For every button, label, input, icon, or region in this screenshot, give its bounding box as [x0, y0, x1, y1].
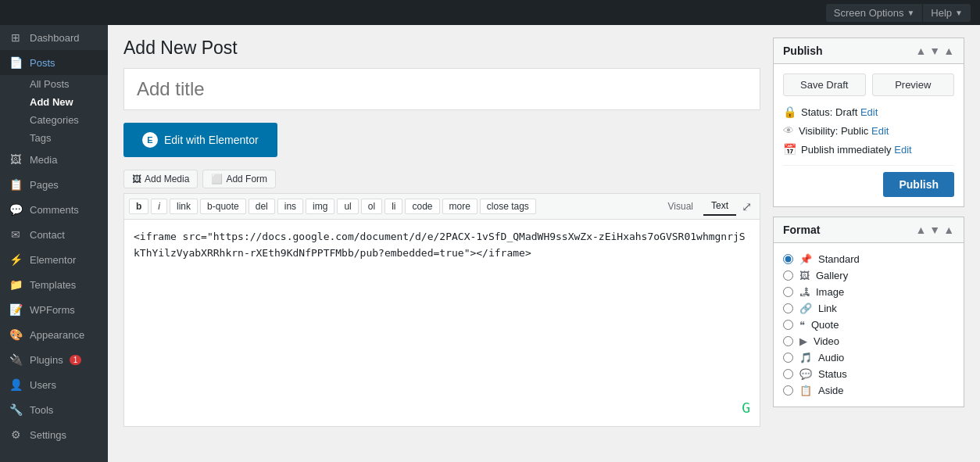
visibility-value: Public	[841, 125, 868, 137]
toolbar-more[interactable]: more	[442, 199, 477, 214]
sidebar-item-templates[interactable]: 📁 Templates	[0, 272, 108, 297]
fullscreen-icon[interactable]: ⤢	[739, 198, 755, 216]
screen-options-button[interactable]: Screen Options ▼	[826, 4, 923, 22]
toolbar-bold[interactable]: b	[129, 199, 148, 214]
toolbar-code[interactable]: code	[405, 199, 439, 214]
format-box-controls: ▲ ▼ ▲	[915, 224, 954, 236]
visibility-row: 👁 Visibility: Public Edit	[783, 124, 954, 137]
edit-elementor-label: Edit with Elementor	[164, 134, 259, 146]
sidebar-item-plugins[interactable]: 🔌 Plugins 1	[0, 347, 108, 372]
format-radio-standard[interactable]	[783, 254, 793, 264]
publish-title: Publish	[783, 45, 823, 57]
sidebar-sub-tags[interactable]: Tags	[0, 129, 108, 147]
format-radio-quote[interactable]	[783, 320, 793, 330]
format-video-label: Video	[814, 335, 839, 347]
format-item-image: 🏞 Image	[783, 284, 954, 300]
add-media-button[interactable]: 🖼 Add Media	[123, 170, 198, 188]
right-sidebar: Publish ▲ ▼ ▲ Save Draft Preview 🔒 Statu…	[773, 38, 964, 407]
toolbar-li[interactable]: li	[384, 199, 402, 214]
appearance-icon: 🎨	[8, 328, 23, 341]
format-aside-icon: 📋	[799, 385, 812, 396]
format-item-status: 💬 Status	[783, 366, 954, 382]
text-tab[interactable]: Text	[703, 197, 736, 216]
format-collapse-up-icon[interactable]: ▲	[915, 224, 926, 236]
editor-section: Add New Post E Edit with Elementor 🖼 Add…	[123, 38, 760, 427]
toolbar-ins[interactable]: ins	[277, 199, 303, 214]
status-row: 🔒 Status: Draft Edit	[783, 106, 954, 118]
post-title-input[interactable]	[123, 68, 760, 110]
toolbar-del[interactable]: del	[249, 199, 275, 214]
format-radio-link[interactable]	[783, 303, 793, 313]
format-radio-audio[interactable]	[783, 353, 793, 363]
edit-with-elementor-button[interactable]: E Edit with Elementor	[123, 123, 277, 157]
status-icon: 🔒	[783, 106, 796, 118]
sidebar-sub-all-posts[interactable]: All Posts	[0, 75, 108, 93]
format-radio-aside[interactable]	[783, 385, 793, 396]
format-image-label: Image	[816, 286, 844, 298]
format-item-gallery: 🖼 Gallery	[783, 267, 954, 284]
toolbar-bquote[interactable]: b-quote	[200, 199, 246, 214]
collapse-down-icon[interactable]: ▼	[929, 45, 940, 57]
add-media-icon: 🖼	[132, 174, 141, 184]
close-meta-icon[interactable]: ▲	[943, 45, 954, 57]
add-media-label: Add Media	[145, 174, 189, 184]
sidebar-item-comments[interactable]: 💬 Comments	[0, 197, 108, 222]
sidebar-item-pages[interactable]: 📋 Pages	[0, 172, 108, 197]
collapse-up-icon[interactable]: ▲	[915, 45, 926, 57]
format-standard-label: Standard	[818, 253, 860, 265]
format-radio-image[interactable]	[783, 287, 793, 297]
publish-btn-row: Publish	[783, 165, 954, 197]
toolbar-italic[interactable]: i	[151, 199, 167, 214]
format-gallery-label: Gallery	[816, 270, 848, 281]
sidebar-item-contact[interactable]: ✉ Contact	[0, 222, 108, 247]
dashboard-icon: ⊞	[8, 31, 23, 44]
add-form-icon: ⬜	[211, 174, 223, 184]
sidebar-item-dashboard[interactable]: ⊞ Dashboard	[0, 25, 108, 50]
editor-content[interactable]: <iframe src="https://docs.google.com/doc…	[134, 229, 750, 417]
toolbar-img[interactable]: img	[306, 199, 334, 214]
templates-icon: 📁	[8, 278, 23, 291]
format-status-icon: 💬	[799, 368, 812, 380]
toolbar-link[interactable]: link	[170, 199, 198, 214]
publish-meta-box-header[interactable]: Publish ▲ ▼ ▲	[774, 38, 964, 64]
sidebar-item-tools[interactable]: 🔧 Tools	[0, 397, 108, 422]
format-collapse-down-icon[interactable]: ▼	[929, 224, 940, 236]
sidebar-sub-categories[interactable]: Categories	[0, 111, 108, 129]
toolbar-ul[interactable]: ul	[337, 199, 358, 214]
plugins-icon: 🔌	[8, 353, 23, 366]
editor-body: <iframe src="https://docs.google.com/doc…	[123, 220, 760, 427]
status-value: Draft	[835, 106, 857, 118]
sidebar-item-appearance[interactable]: 🎨 Appearance	[0, 322, 108, 347]
grammarly-icon: G	[742, 397, 750, 420]
sidebar-item-media[interactable]: 🖼 Media	[0, 147, 108, 172]
contact-icon: ✉	[8, 228, 23, 241]
format-radio-status[interactable]	[783, 369, 793, 379]
format-radio-video[interactable]	[783, 336, 793, 346]
sidebar-item-users[interactable]: 👤 Users	[0, 372, 108, 397]
add-form-button[interactable]: ⬜ Add Form	[202, 170, 276, 188]
publish-button[interactable]: Publish	[883, 172, 954, 197]
visibility-icon: 👁	[783, 124, 794, 137]
format-standard-icon: 📌	[799, 253, 812, 265]
sidebar-item-wpforms[interactable]: 📝 WPForms	[0, 297, 108, 322]
sidebar-sub-add-new[interactable]: Add New	[0, 93, 108, 111]
format-close-icon[interactable]: ▲	[943, 224, 954, 236]
format-quote-icon: ❝	[799, 319, 805, 331]
format-meta-box-header[interactable]: Format ▲ ▼ ▲	[774, 217, 964, 243]
format-radio-gallery[interactable]	[783, 270, 793, 281]
visual-tab[interactable]: Visual	[660, 198, 701, 215]
sidebar-item-settings[interactable]: ⚙ Settings	[0, 422, 108, 447]
toolbar-close-tags[interactable]: close tags	[480, 199, 536, 214]
sidebar-item-posts[interactable]: 📄 Posts	[0, 50, 108, 75]
sidebar-item-elementor[interactable]: ⚡ Elementor	[0, 247, 108, 272]
visibility-edit-link[interactable]: Edit	[871, 125, 889, 137]
status-edit-link[interactable]: Edit	[860, 106, 878, 118]
preview-button[interactable]: Preview	[872, 73, 955, 96]
toolbar-ol[interactable]: ol	[361, 199, 382, 214]
status-label: Status: Draft Edit	[801, 106, 878, 118]
help-button[interactable]: Help ▼	[923, 4, 971, 22]
publish-time-edit-link[interactable]: Edit	[894, 144, 911, 156]
calendar-icon: 📅	[783, 143, 796, 156]
save-draft-button[interactable]: Save Draft	[783, 73, 866, 96]
screen-options-arrow-icon: ▼	[907, 9, 914, 17]
